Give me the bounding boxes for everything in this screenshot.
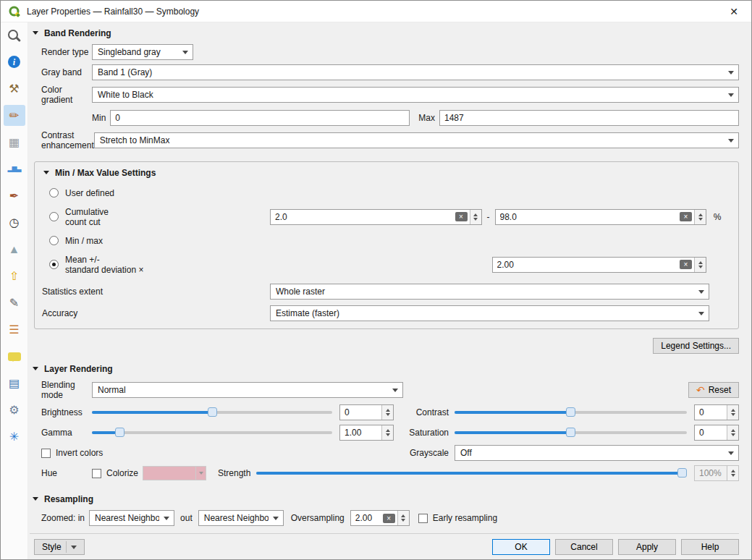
slider-handle[interactable]	[566, 428, 575, 437]
cumulative-high-spinbox[interactable]: 98.0 ×	[495, 209, 707, 225]
spin-up-icon[interactable]	[731, 467, 735, 472]
cumulative-count-cut-option[interactable]: Cumulative count cut	[49, 207, 270, 227]
spin-up-icon[interactable]	[698, 211, 703, 216]
mean-stddev-spinbox[interactable]: 2.00 ×	[492, 257, 707, 273]
spin-down-icon[interactable]	[386, 433, 390, 438]
spinner-buttons[interactable]	[381, 405, 393, 420]
cumulative-radio[interactable]	[49, 212, 59, 221]
sidebar-item-display[interactable]	[4, 346, 25, 367]
legend-settings-button[interactable]: Legend Settings...	[653, 338, 739, 354]
spin-down-icon[interactable]	[386, 413, 390, 418]
early-resampling-checkbox[interactable]	[418, 514, 428, 523]
reset-button[interactable]: ↶ Reset	[688, 382, 739, 398]
layer-rendering-header[interactable]: Layer Rendering	[33, 364, 739, 374]
sidebar-item-legend[interactable]: ☰	[4, 319, 25, 340]
spin-down-icon[interactable]	[731, 474, 735, 479]
user-defined-option[interactable]: User defined	[49, 188, 270, 198]
help-button[interactable]: Help	[681, 539, 739, 555]
spin-down-icon[interactable]	[698, 266, 703, 271]
render-type-select[interactable]: Singleband gray	[92, 44, 193, 60]
cancel-button[interactable]: Cancel	[555, 539, 613, 555]
spin-up-icon[interactable]	[386, 427, 390, 432]
grayscale-select[interactable]: Off	[455, 445, 739, 461]
spinner-buttons[interactable]	[694, 210, 706, 224]
clear-icon[interactable]: ×	[680, 212, 692, 221]
slider-handle[interactable]	[677, 468, 687, 478]
apply-button[interactable]: Apply	[618, 539, 676, 555]
contrast-enhancement-select[interactable]: Stretch to MinMax	[94, 132, 739, 148]
close-icon[interactable]: ✕	[724, 6, 744, 17]
sidebar-item-elevation[interactable]: ⇧	[4, 266, 25, 287]
strength-spinbox[interactable]: 100%	[694, 465, 739, 481]
mean-stddev-radio[interactable]	[49, 260, 59, 269]
sidebar-item-pyramids[interactable]: ▲	[4, 239, 25, 260]
clear-icon[interactable]: ×	[383, 514, 395, 523]
spinner-buttons[interactable]	[727, 425, 738, 440]
min-max-option[interactable]: Min / max	[49, 236, 270, 246]
sidebar-item-source[interactable]: ⚒	[4, 78, 25, 99]
spin-down-icon[interactable]	[401, 519, 405, 524]
zoomed-in-select[interactable]: Nearest Neighbour	[89, 510, 174, 526]
color-gradient-select[interactable]: White to Black	[92, 87, 739, 103]
spin-down-icon[interactable]	[473, 218, 478, 223]
spin-up-icon[interactable]	[386, 407, 390, 412]
spin-up-icon[interactable]	[731, 427, 735, 432]
strength-slider[interactable]	[256, 466, 687, 480]
mean-stddev-option[interactable]: Mean +/- standard deviation ×	[49, 255, 270, 275]
gamma-slider[interactable]	[92, 425, 332, 440]
clear-icon[interactable]: ×	[680, 260, 692, 269]
ok-button[interactable]: OK	[492, 539, 550, 555]
resampling-header[interactable]: Resampling	[33, 494, 739, 504]
invert-colors-option[interactable]: Invert colors	[41, 448, 103, 458]
statistics-extent-select[interactable]: Whole raster	[270, 284, 709, 300]
early-resampling-option[interactable]: Early resampling	[418, 513, 497, 523]
gamma-spinbox[interactable]: 1.00	[339, 425, 394, 441]
max-input[interactable]: 1487	[439, 110, 739, 126]
brightness-spinbox[interactable]: 0	[339, 404, 394, 420]
user-defined-radio[interactable]	[49, 188, 59, 198]
spin-down-icon[interactable]	[731, 413, 735, 418]
color-dropdown-arrow[interactable]	[195, 467, 206, 480]
band-rendering-header[interactable]: Band Rendering	[33, 28, 739, 38]
contrast-slider[interactable]	[455, 405, 687, 420]
accuracy-select[interactable]: Estimate (faster)	[270, 305, 709, 321]
sidebar-item-server[interactable]: ▤	[4, 373, 25, 394]
sidebar-item-histogram[interactable]: ▂▆▃	[4, 158, 25, 179]
sidebar-item-symbology[interactable]: ✏	[4, 105, 25, 126]
min-input[interactable]: 0	[110, 110, 410, 126]
minmax-settings-header[interactable]: Min / Max Value Settings	[43, 168, 728, 178]
spin-up-icon[interactable]	[401, 512, 405, 517]
sidebar-item-plugins[interactable]: ✳	[4, 426, 25, 447]
spin-up-icon[interactable]	[473, 211, 478, 216]
sidebar-item-information[interactable]: i	[4, 51, 25, 72]
spinner-buttons[interactable]	[727, 405, 738, 420]
brightness-slider[interactable]	[92, 405, 332, 420]
clear-icon[interactable]: ×	[455, 212, 468, 221]
spin-down-icon[interactable]	[698, 218, 703, 223]
sidebar-item-transparency[interactable]: ▦	[4, 132, 25, 153]
spinner-buttons[interactable]	[694, 258, 706, 272]
sidebar-item-rendering[interactable]: ✒	[4, 185, 25, 206]
spin-up-icon[interactable]	[731, 407, 735, 412]
cumulative-low-spinbox[interactable]: 2.0 ×	[270, 209, 482, 225]
sidebar-item-metadata[interactable]: ✎	[4, 292, 25, 313]
slider-handle[interactable]	[566, 407, 575, 417]
colorize-option[interactable]: Colorize	[92, 468, 138, 478]
gray-band-select[interactable]: Band 1 (Gray)	[92, 64, 739, 80]
slider-handle[interactable]	[115, 428, 124, 437]
slider-handle[interactable]	[208, 407, 217, 417]
sidebar-item-temporal[interactable]: ◷	[4, 212, 25, 233]
style-menu-button[interactable]: Style	[34, 539, 85, 555]
oversampling-spinbox[interactable]: 2.00 ×	[350, 510, 410, 526]
search-icon[interactable]	[5, 27, 24, 46]
colorize-color-button[interactable]	[143, 466, 206, 480]
blending-mode-select[interactable]: Normal	[92, 382, 403, 398]
spin-down-icon[interactable]	[731, 433, 735, 438]
saturation-spinbox[interactable]: 0	[694, 425, 739, 441]
min-max-radio[interactable]	[49, 236, 59, 245]
colorize-checkbox[interactable]	[92, 469, 101, 478]
zoomed-out-select[interactable]: Nearest Neighbour	[198, 510, 284, 526]
spin-up-icon[interactable]	[698, 259, 703, 264]
contrast-spinbox[interactable]: 0	[694, 404, 739, 420]
saturation-slider[interactable]	[455, 425, 687, 440]
